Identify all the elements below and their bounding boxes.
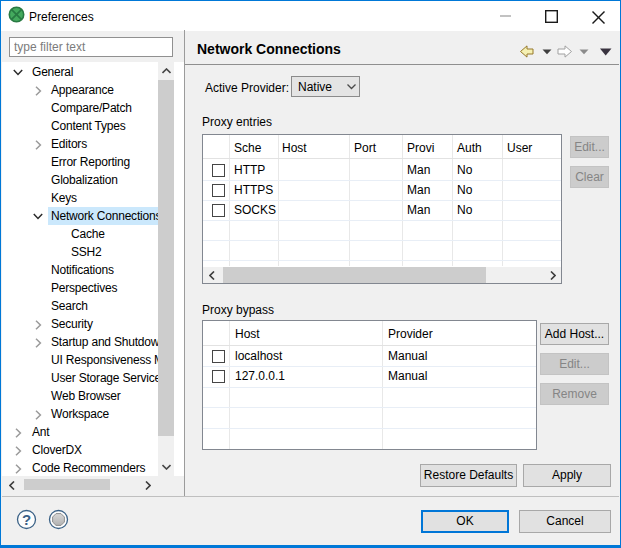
svg-text:?: ? xyxy=(22,511,31,528)
